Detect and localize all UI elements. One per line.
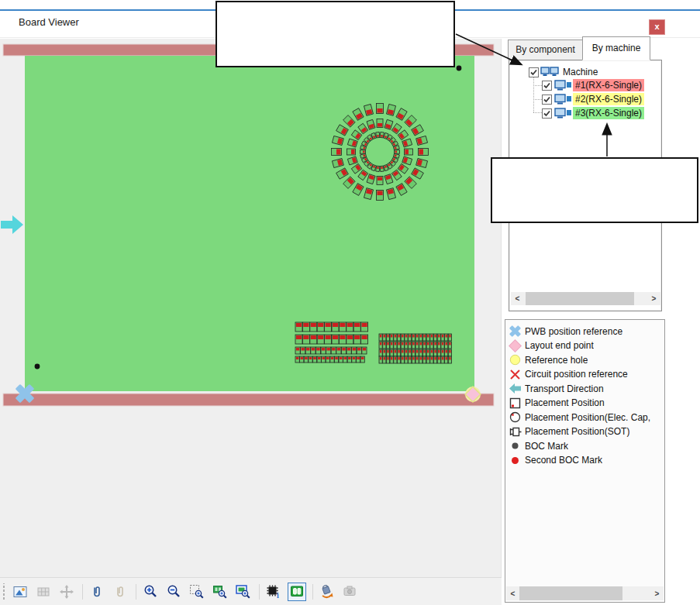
placement-position-sot-icon bbox=[509, 425, 522, 438]
legend-panel: PWB position reference Layout end point … bbox=[505, 319, 665, 603]
legend-label: Reference hole bbox=[525, 355, 588, 366]
capture-icon bbox=[343, 584, 358, 599]
scroll-thumb[interactable] bbox=[526, 292, 634, 305]
viewer-toolbar: i bbox=[0, 577, 502, 605]
tree-item-label-2[interactable]: #3(RX-6-Single) bbox=[573, 107, 644, 119]
callout-box-2 bbox=[491, 157, 698, 223]
open-image-button[interactable] bbox=[11, 583, 29, 601]
layout-end-icon bbox=[509, 339, 522, 352]
legend-label: Placement Position bbox=[525, 397, 605, 408]
scroll-left-button[interactable]: < bbox=[511, 292, 524, 305]
tree-root-label[interactable]: Machine bbox=[560, 66, 600, 78]
paint-bucket-icon bbox=[319, 584, 335, 599]
machine-icon bbox=[554, 107, 573, 119]
zoom-out-icon bbox=[167, 584, 181, 599]
zoom-region-icon bbox=[189, 584, 205, 599]
scroll-right-button[interactable]: > bbox=[647, 292, 660, 305]
tree-connector bbox=[533, 99, 542, 100]
scroll-track[interactable] bbox=[524, 292, 647, 305]
legend-label: Placement Position(Elec. Cap, bbox=[525, 412, 650, 423]
tree-item-checkbox[interactable] bbox=[542, 95, 552, 105]
circuit-ref-icon bbox=[509, 368, 522, 381]
legend-label: Placement Position(SOT) bbox=[525, 426, 629, 437]
pwb-cross-icon bbox=[509, 325, 522, 338]
pcb-board-graphic bbox=[0, 39, 502, 577]
paperclip-icon bbox=[90, 585, 104, 599]
toolbar-separator bbox=[312, 584, 313, 600]
scroll-track[interactable] bbox=[519, 586, 650, 600]
placement-position-icon bbox=[509, 397, 522, 410]
capture-button bbox=[341, 583, 360, 601]
svg-text:i: i bbox=[277, 591, 279, 599]
tab-by-component[interactable]: By component bbox=[508, 40, 583, 60]
board-view-button[interactable] bbox=[288, 583, 306, 601]
callout-box-1 bbox=[216, 1, 455, 67]
zoom-region-button[interactable] bbox=[188, 583, 206, 601]
image-icon bbox=[13, 585, 27, 599]
tree-item-label-1[interactable]: #2(RX-6-Single) bbox=[573, 93, 644, 105]
paperclip-disabled-icon bbox=[113, 585, 127, 599]
tree-connector bbox=[533, 85, 542, 86]
grid-icon bbox=[36, 585, 50, 599]
machine-icon bbox=[554, 93, 573, 105]
tree-connector bbox=[533, 77, 534, 112]
fill-color-button[interactable] bbox=[318, 583, 336, 601]
legend-label: BOC Mark bbox=[525, 441, 568, 452]
reference-hole-icon bbox=[509, 353, 522, 366]
placement-position-cap-icon bbox=[509, 411, 522, 424]
move-icon bbox=[60, 585, 74, 599]
attach-button[interactable] bbox=[88, 583, 106, 601]
pan-button bbox=[57, 583, 76, 601]
tree-item-label-0[interactable]: #1(RX-6-Single) bbox=[573, 79, 644, 91]
transport-direction-icon bbox=[509, 382, 522, 395]
check-icon bbox=[529, 68, 538, 77]
zoom-out-button[interactable] bbox=[164, 583, 183, 601]
close-button[interactable]: x bbox=[649, 19, 665, 35]
tree-item-checkbox[interactable] bbox=[542, 108, 552, 119]
tree-horizontal-scrollbar: < > bbox=[511, 292, 660, 305]
toolbar-separator bbox=[82, 584, 83, 600]
tab-by-machine[interactable]: By machine bbox=[582, 36, 650, 60]
zoom-fit-board-icon bbox=[212, 584, 228, 599]
scroll-right-button[interactable]: > bbox=[650, 586, 664, 600]
tree-connector bbox=[533, 112, 542, 113]
board-viewer-window: Board Viewer x bbox=[0, 0, 700, 605]
scroll-thumb[interactable] bbox=[519, 586, 622, 600]
toolbar-grip[interactable] bbox=[2, 583, 6, 600]
board-viewer-canvas[interactable] bbox=[0, 39, 502, 577]
legend-label: PWB position reference bbox=[525, 326, 622, 337]
toolbar-separator bbox=[259, 584, 260, 600]
zoom-in-icon bbox=[143, 584, 158, 599]
zoom-in-button[interactable] bbox=[141, 583, 160, 601]
toolbar-separator bbox=[136, 584, 136, 600]
window-title: Board Viewer bbox=[19, 16, 79, 28]
component-info-button[interactable]: i bbox=[264, 583, 283, 601]
second-boc-mark-icon bbox=[509, 454, 522, 467]
legend-label: Transport Direction bbox=[525, 383, 604, 394]
chip-info-icon: i bbox=[266, 584, 281, 599]
grid-view-button bbox=[34, 583, 53, 601]
tree-root-checkbox[interactable] bbox=[529, 67, 539, 77]
legend-label: Layout end point bbox=[525, 340, 594, 351]
zoom-fit-board-button[interactable] bbox=[211, 583, 229, 601]
attach-alt-button bbox=[111, 583, 129, 601]
machine-icon bbox=[554, 79, 573, 91]
tree-item-checkbox[interactable] bbox=[542, 81, 552, 91]
check-icon bbox=[543, 109, 551, 118]
zoom-fit-window-icon bbox=[236, 584, 251, 599]
legend-horizontal-scrollbar: < > bbox=[506, 586, 664, 600]
scroll-left-button[interactable]: < bbox=[506, 586, 519, 600]
check-icon bbox=[543, 95, 551, 104]
board-view-icon bbox=[290, 585, 305, 598]
boc-mark-icon bbox=[509, 439, 522, 452]
legend-label: Second BOC Mark bbox=[525, 455, 602, 466]
legend-label: Circuit position reference bbox=[525, 369, 628, 380]
machines-icon bbox=[540, 66, 560, 78]
check-icon bbox=[543, 81, 551, 90]
zoom-fit-window-button[interactable] bbox=[234, 583, 253, 601]
